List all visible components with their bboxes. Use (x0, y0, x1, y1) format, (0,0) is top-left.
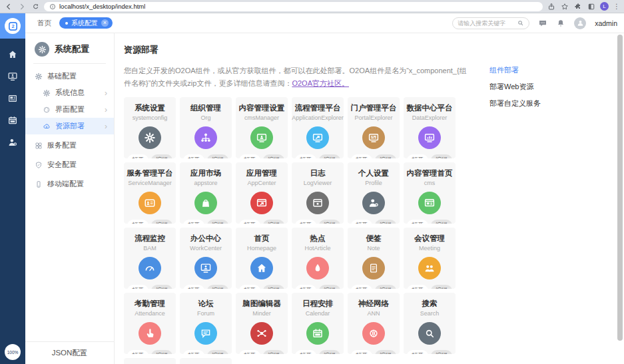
username[interactable]: xadmin (595, 19, 617, 27)
reload-icon[interactable] (31, 2, 40, 11)
edit-button[interactable]: 编辑 (151, 220, 172, 224)
tab-active-dot (65, 22, 68, 25)
edit-button[interactable]: 编辑 (319, 154, 340, 158)
open-button[interactable]: 打开 (351, 285, 372, 289)
sidebar-item[interactable]: 服务配置 (25, 137, 114, 154)
forward-icon[interactable] (17, 2, 27, 11)
edit-button[interactable]: 编辑 (319, 350, 340, 354)
url-text[interactable]: localhost/x_desktop/index.html (59, 3, 145, 10)
bell-icon[interactable] (556, 19, 565, 28)
open-button[interactable]: 打开 (351, 350, 372, 354)
tab-system-config[interactable]: 系统配置 × (59, 17, 113, 29)
open-button[interactable]: 打开 (295, 350, 316, 354)
right-nav-item[interactable]: 部署自定义服务 (489, 98, 603, 108)
chat-icon[interactable] (538, 19, 547, 28)
open-button[interactable]: 打开 (295, 154, 316, 158)
sidebar-item[interactable]: 安全配置 (25, 156, 114, 173)
open-button[interactable]: 打开 (351, 154, 372, 158)
edit-button[interactable]: 编辑 (375, 220, 396, 224)
o2oa-logo[interactable]: 2 (0, 13, 25, 39)
open-button[interactable]: 打开 (127, 285, 149, 289)
news-icon[interactable] (7, 93, 18, 104)
url-bar[interactable]: localhost/x_desktop/index.html (44, 2, 543, 11)
open-button[interactable]: 打开 (183, 285, 204, 289)
sidebar-item[interactable]: 界面配置› (25, 101, 114, 118)
open-button[interactable]: 打开 (407, 154, 428, 158)
back-icon[interactable] (4, 2, 13, 11)
card-subtitle: Org (180, 114, 232, 121)
app-card: 数据中心平台DataExplorer打开编辑 (404, 97, 456, 158)
edit-button[interactable]: 编辑 (207, 350, 228, 354)
edit-button[interactable]: 编辑 (207, 154, 228, 158)
edit-button[interactable]: 编辑 (263, 350, 284, 354)
open-button[interactable]: 打开 (183, 154, 204, 158)
json-config-button[interactable]: JSON配置 (25, 341, 114, 364)
open-button[interactable]: 打开 (127, 220, 149, 224)
open-button[interactable]: 打开 (407, 350, 428, 354)
side-panel-icon[interactable] (587, 2, 595, 11)
sidebar-item[interactable]: 移动端配置 (25, 176, 114, 192)
edit-button[interactable]: 编辑 (431, 285, 452, 289)
svg-text:2: 2 (11, 23, 14, 29)
edit-button[interactable]: 编辑 (263, 154, 284, 158)
search-icon[interactable] (517, 19, 524, 27)
edit-button[interactable]: 编辑 (151, 285, 172, 289)
open-button[interactable]: 打开 (127, 154, 149, 158)
calendar-icon[interactable] (7, 115, 18, 126)
zoom-badge[interactable]: 100% (5, 344, 21, 360)
user-avatar[interactable] (574, 17, 586, 29)
edit-button[interactable]: 编辑 (319, 220, 340, 224)
edit-button[interactable]: 编辑 (375, 285, 396, 289)
user-gear-icon[interactable] (7, 137, 18, 148)
bookmark-star-icon[interactable] (560, 2, 569, 11)
right-nav-item[interactable]: 部署Web资源 (489, 82, 603, 92)
open-button[interactable]: 打开 (407, 285, 428, 289)
scrollbar-thumb[interactable] (617, 35, 623, 341)
edit-button[interactable]: 编辑 (319, 285, 340, 289)
sidebar-item[interactable]: 资源部署› (25, 118, 114, 134)
open-button[interactable]: 打开 (351, 220, 372, 224)
open-button[interactable]: 打开 (295, 220, 316, 224)
edit-button[interactable]: 编辑 (207, 220, 228, 224)
browser-menu-icon[interactable]: ⋮ (613, 3, 620, 10)
tab-home[interactable]: 首页 (37, 19, 51, 28)
edit-button[interactable]: 编辑 (375, 350, 396, 354)
edit-button[interactable]: 编辑 (207, 285, 228, 289)
extensions-puzzle-icon[interactable] (573, 2, 582, 11)
share-icon[interactable] (547, 2, 555, 11)
open-button[interactable]: 打开 (239, 154, 260, 158)
open-button[interactable]: 打开 (295, 285, 316, 289)
open-button[interactable]: 打开 (239, 350, 260, 354)
open-button[interactable]: 打开 (239, 285, 260, 289)
user-monitor-icon[interactable] (7, 71, 18, 82)
info-icon[interactable] (49, 3, 56, 10)
edit-button[interactable]: 编辑 (375, 154, 396, 158)
edit-button[interactable]: 编辑 (431, 350, 452, 354)
edit-button[interactable]: 编辑 (263, 285, 284, 289)
open-button[interactable]: 打开 (239, 220, 260, 224)
sidebar-item[interactable]: 系统信息› (25, 85, 114, 101)
browser-profile-avatar[interactable]: L (600, 2, 609, 11)
open-button[interactable]: 打开 (183, 220, 204, 224)
home-icon (250, 257, 273, 279)
scrollbar (617, 35, 623, 363)
community-link[interactable]: O2OA官方社区。 (292, 79, 349, 87)
open-button[interactable]: 打开 (127, 350, 149, 354)
card-title: 应用管理 (236, 168, 288, 178)
app-card: 流程监控BAM打开编辑 (124, 228, 176, 289)
edit-button[interactable]: 编辑 (431, 154, 452, 158)
open-button[interactable]: 打开 (407, 220, 428, 224)
edit-button[interactable]: 编辑 (151, 350, 172, 354)
divider (33, 63, 106, 64)
close-icon[interactable]: × (101, 19, 109, 27)
right-nav-item[interactable]: 组件部署 (489, 65, 603, 75)
edit-button[interactable]: 编辑 (263, 220, 284, 224)
sidebar-item[interactable]: 基础配置 (25, 68, 114, 85)
edit-button[interactable]: 编辑 (431, 220, 452, 224)
edit-button[interactable]: 编辑 (151, 154, 172, 158)
home-icon[interactable] (7, 49, 18, 60)
open-button[interactable]: 打开 (183, 350, 204, 354)
card-title: 内容管理首页 (404, 168, 456, 178)
card-title: 服务管理平台 (124, 168, 176, 178)
search-input[interactable] (458, 20, 514, 27)
